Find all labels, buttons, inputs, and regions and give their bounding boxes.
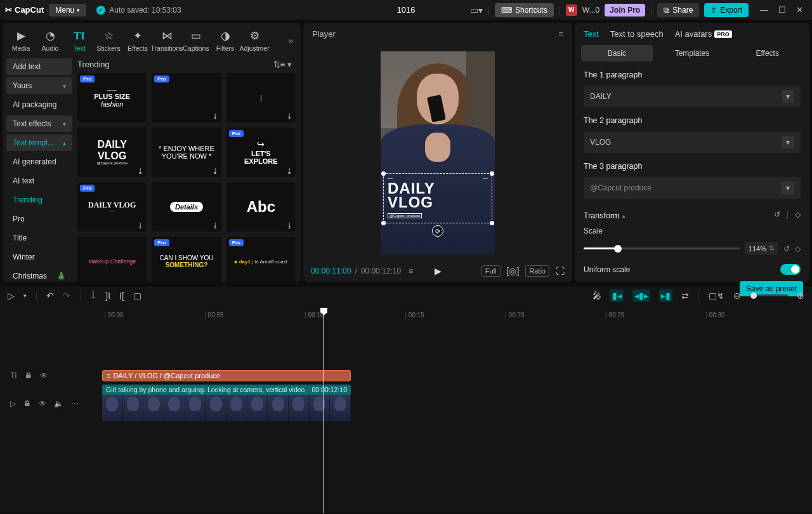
- template-thumb[interactable]: ProDAILY VLOG——⭳: [77, 182, 147, 232]
- chevron-down-icon[interactable]: ▾: [782, 136, 794, 148]
- template-thumb[interactable]: Pro⭳: [152, 73, 221, 122]
- split-icon[interactable]: ⟘: [90, 290, 96, 301]
- side-pro[interactable]: Pro: [6, 211, 72, 227]
- template-thumb[interactable]: DAILYVLOG@Capcut produce⭳: [77, 128, 147, 177]
- side-title[interactable]: Title: [6, 230, 72, 246]
- download-icon[interactable]: ⭳: [137, 167, 144, 175]
- text-overlay-selection[interactable]: —— DAILY VLOG @Capcut produce ⟳: [383, 173, 492, 224]
- chevron-down-icon[interactable]: ▾: [782, 181, 794, 194]
- mic-icon[interactable]: 🎤︎: [593, 291, 601, 301]
- sec-templates[interactable]: Templates: [657, 45, 728, 62]
- tab-filters[interactable]: ◑Filters: [211, 27, 240, 55]
- filter-icon[interactable]: ⇅≡ ▾: [273, 60, 292, 69]
- video-clip[interactable]: Girl talking by phone and arguing. Looki…: [102, 385, 351, 421]
- tab-tts[interactable]: Text to speech: [610, 29, 664, 39]
- template-thumb[interactable]: * ENJOY WHEREYOU'RE NOW *⭳: [152, 128, 221, 177]
- reset-icon[interactable]: ↺: [774, 210, 780, 219]
- split-right-icon[interactable]: Ι[: [119, 291, 124, 301]
- export-button[interactable]: ⇧ Export: [704, 3, 749, 17]
- tabs-more-icon[interactable]: »: [288, 36, 293, 46]
- link-icon[interactable]: ⇄: [681, 291, 689, 301]
- side-text-effects[interactable]: Text effects▾: [6, 115, 72, 132]
- playhead[interactable]: [324, 308, 324, 513]
- undo-icon[interactable]: ↶: [46, 291, 54, 301]
- minimize-icon[interactable]: —: [760, 5, 768, 15]
- template-thumb[interactable]: Details⭳: [152, 182, 221, 232]
- download-icon[interactable]: ⭳: [286, 221, 293, 229]
- delete-icon[interactable]: ▢: [133, 291, 141, 301]
- magnet-left-icon[interactable]: ▮◂: [610, 289, 624, 302]
- scale-slider[interactable]: [584, 247, 740, 249]
- mute-icon[interactable]: 🔈: [54, 399, 63, 408]
- download-icon[interactable]: ⭳: [212, 167, 219, 175]
- chevron-down-icon[interactable]: ▾: [782, 90, 794, 103]
- side-ai-text[interactable]: AI text: [6, 173, 72, 189]
- user-avatar[interactable]: W: [566, 4, 577, 16]
- tab-adjustment[interactable]: ⚙Adjustmer: [240, 27, 269, 55]
- split-left-icon[interactable]: ]Ι: [105, 291, 110, 301]
- fullscreen-icon[interactable]: ⛶: [556, 266, 565, 276]
- tab-audio[interactable]: ◔Audio: [36, 27, 65, 55]
- tab-media[interactable]: ▶Media: [6, 27, 36, 55]
- tab-text-props[interactable]: Text: [584, 29, 599, 39]
- ratio-button[interactable]: Ratio: [525, 265, 549, 277]
- tab-text[interactable]: TIText: [65, 27, 94, 55]
- full-button[interactable]: Full: [481, 265, 501, 277]
- side-text-templates[interactable]: Text templ...▴: [6, 135, 72, 151]
- template-thumb[interactable]: Abc⭳: [226, 182, 296, 232]
- side-ai-packaging[interactable]: AI packaging: [6, 96, 72, 113]
- keyframe-scale-icon[interactable]: ◇: [795, 244, 801, 253]
- visibility-icon[interactable]: 👁: [39, 399, 46, 408]
- side-ai-generated[interactable]: AI generated: [6, 154, 72, 170]
- magnet-right-icon[interactable]: ▸▮: [659, 289, 672, 302]
- side-christmas[interactable]: Christmas🎄: [6, 268, 72, 282]
- maximize-icon[interactable]: ☐: [778, 5, 786, 15]
- aspect-icon[interactable]: ▭▾: [470, 5, 483, 15]
- tab-transitions[interactable]: ⋈Transitions: [152, 27, 181, 55]
- zoom-out-icon[interactable]: ⊖: [733, 291, 741, 301]
- template-thumb[interactable]: ProCAN I SHOW YOUSOMETHING?: [152, 237, 221, 282]
- download-icon[interactable]: ⭳: [286, 112, 293, 120]
- sec-basic[interactable]: Basic: [581, 45, 653, 62]
- shortcuts-button[interactable]: ⌨ Shortcuts: [495, 3, 554, 17]
- crop-icon[interactable]: [◎]: [507, 266, 520, 276]
- sec-effects[interactable]: Effects: [731, 45, 803, 62]
- keyframe-icon[interactable]: ◇: [795, 210, 801, 219]
- menu-button[interactable]: Menu ▾: [49, 4, 86, 16]
- p1-input[interactable]: DAILY▾: [584, 86, 801, 107]
- side-yours[interactable]: Yours▾: [6, 77, 72, 94]
- side-winter[interactable]: Winter: [6, 249, 72, 265]
- template-thumb[interactable]: |⭳: [226, 73, 296, 122]
- reset-scale-icon[interactable]: ↺: [783, 244, 790, 253]
- side-trending[interactable]: Trending: [6, 192, 72, 208]
- tab-ai-avatars[interactable]: AI avatarsPRO: [675, 29, 732, 39]
- download-icon[interactable]: ⭳: [212, 112, 219, 120]
- more-icon[interactable]: ⋯: [71, 399, 79, 408]
- play-button[interactable]: ▶: [435, 266, 442, 276]
- lock-icon[interactable]: 🔒︎: [23, 399, 31, 408]
- tab-captions[interactable]: ▭Captions: [181, 27, 211, 55]
- template-thumb[interactable]: Pro↪LET'SEXPLORE⭳: [226, 128, 296, 177]
- template-thumb[interactable]: Pro——PLUS SIZEfashion: [77, 73, 147, 122]
- tab-effects[interactable]: ✦Effects: [123, 27, 152, 55]
- p3-input[interactable]: @Capcut produce▾: [584, 177, 801, 199]
- timeline-ruler[interactable]: 00:00 00:05 00:10 00:15 00:20 00:25 00:3…: [102, 308, 812, 323]
- project-title[interactable]: 1016: [397, 5, 416, 15]
- add-text-button[interactable]: Add text: [6, 58, 72, 75]
- text-clip[interactable]: ≡ DAILY / VLOG / @Capcut produce: [102, 370, 351, 381]
- lock-icon[interactable]: 🔒︎: [25, 371, 32, 380]
- rotate-icon[interactable]: ⟳: [432, 225, 443, 237]
- preview-icon[interactable]: ▢↯: [709, 291, 724, 301]
- magnet-icon[interactable]: ◂▮▸: [632, 289, 650, 302]
- zoom-in-icon[interactable]: ⊕: [797, 291, 804, 301]
- uniform-toggle[interactable]: [780, 264, 801, 275]
- close-icon[interactable]: ✕: [796, 5, 803, 15]
- join-pro-button[interactable]: Join Pro: [605, 4, 645, 16]
- download-icon[interactable]: ⭳: [286, 167, 293, 175]
- visibility-icon[interactable]: 👁: [40, 371, 48, 380]
- template-thumb[interactable]: Makeup Challenge: [77, 237, 147, 282]
- select-tool-icon[interactable]: ▷: [8, 291, 15, 301]
- p2-input[interactable]: VLOG▾: [584, 131, 801, 153]
- download-icon[interactable]: ⭳: [212, 221, 219, 229]
- select-mode-icon[interactable]: ▾: [23, 293, 27, 299]
